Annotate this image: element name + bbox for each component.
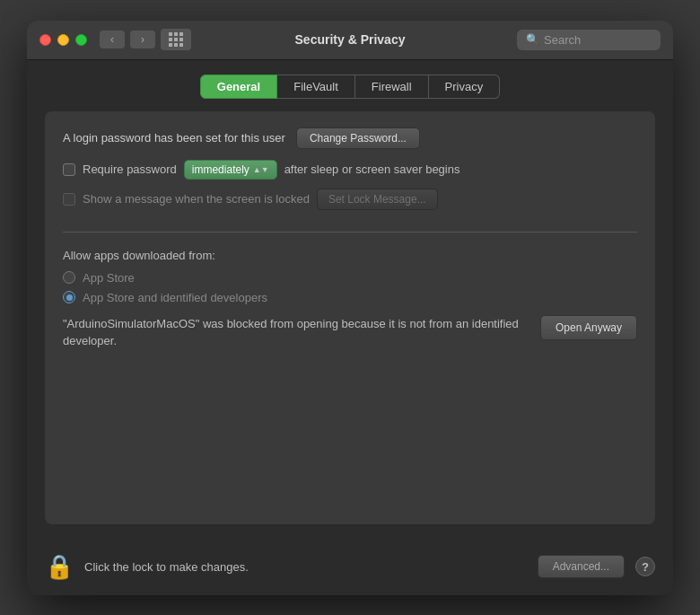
set-lock-message-button[interactable]: Set Lock Message... [317,189,438,210]
allow-apps-label: Allow apps downloaded from: [63,249,637,262]
section-divider [63,232,637,233]
tab-general[interactable]: General [200,75,277,99]
main-window: ‹ › Security & Privacy 🔍 General FileVau… [27,21,673,595]
maximize-button[interactable] [75,34,87,46]
app-store-identified-radio[interactable] [63,291,75,303]
search-icon: 🔍 [526,33,539,46]
titlebar: ‹ › Security & Privacy 🔍 [27,21,673,60]
tab-firewall[interactable]: Firewall [355,75,429,99]
app-store-radio-row: App Store [63,271,637,285]
traffic-lights [39,34,87,46]
footer: 🔒 Click the lock to make changes. Advanc… [27,542,673,595]
tab-bar: General FileVault Firewall Privacy [45,75,655,99]
require-password-label: Require password [83,163,177,176]
search-input[interactable] [544,33,652,47]
app-store-identified-label: App Store and identified developers [83,291,267,304]
after-sleep-label: after sleep or screen saver begins [284,163,460,176]
immediately-dropdown[interactable]: immediately ▲▼ [184,160,277,180]
nav-buttons: ‹ › [100,31,155,48]
lock-message-row: Show a message when the screen is locked… [63,189,637,210]
close-button[interactable] [39,34,51,46]
grid-icon [169,32,184,48]
lock-icon[interactable]: 🔒 [45,553,74,581]
dropdown-arrow-icon: ▲▼ [253,165,269,174]
require-password-row: Require password immediately ▲▼ after sl… [63,160,637,180]
immediately-value: immediately [192,163,249,176]
window-title: Security & Privacy [295,32,406,47]
lock-text: Click the lock to make changes. [84,560,527,574]
advanced-button[interactable]: Advanced... [538,555,625,578]
back-button[interactable]: ‹ [100,31,125,48]
blocked-app-text: "ArduinoSimulatorMacOS" was blocked from… [63,315,526,350]
search-bar[interactable]: 🔍 [517,30,661,50]
password-set-label: A login password has been set for this u… [63,131,285,145]
tab-filevault[interactable]: FileVault [277,75,355,99]
forward-button[interactable]: › [130,31,155,48]
change-password-button[interactable]: Change Password... [296,127,420,149]
app-store-radio[interactable] [63,271,75,284]
show-message-label: Show a message when the screen is locked [83,192,310,206]
tab-privacy[interactable]: Privacy [429,75,501,99]
blocked-app-row: "ArduinoSimulatorMacOS" was blocked from… [63,315,637,350]
open-anyway-button[interactable]: Open Anyway [540,315,637,340]
grid-view-button[interactable] [161,29,191,50]
content-area: General FileVault Firewall Privacy A log… [27,60,673,542]
app-store-label: App Store [83,271,135,285]
password-set-row: A login password has been set for this u… [63,127,637,149]
show-message-checkbox[interactable] [63,193,75,206]
require-password-checkbox[interactable] [63,163,75,176]
settings-panel: A login password has been set for this u… [45,111,655,524]
app-store-identified-radio-row: App Store and identified developers [63,291,637,304]
help-button[interactable]: ? [635,557,655,576]
minimize-button[interactable] [57,34,69,46]
